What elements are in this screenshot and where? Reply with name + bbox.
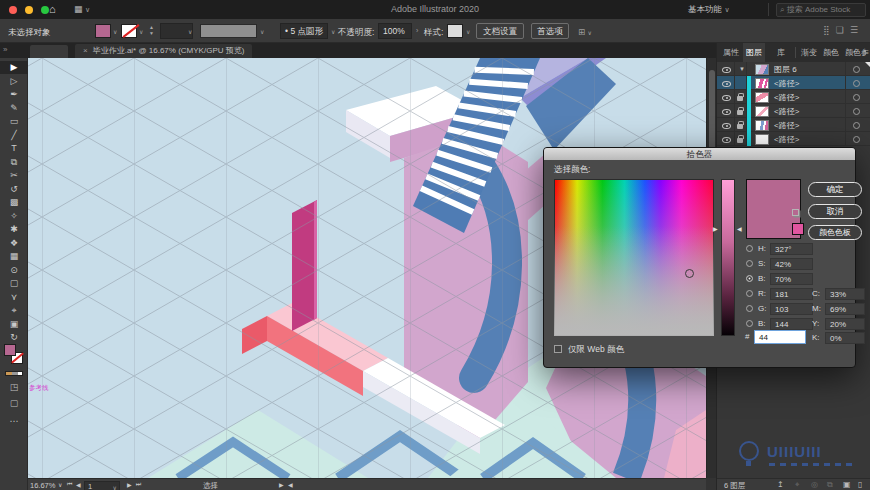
close-tab-icon[interactable]: ×: [83, 46, 88, 55]
preferences-button[interactable]: 首选项: [531, 23, 569, 39]
visibility-icon[interactable]: [722, 81, 731, 87]
s-radio[interactable]: [746, 260, 753, 267]
visibility-icon[interactable]: [722, 67, 731, 73]
tab-color-guide[interactable]: 颜色参: [842, 43, 866, 62]
type-tool[interactable]: T: [0, 142, 28, 155]
rotate-tool[interactable]: ↺: [0, 183, 28, 196]
visibility-icon[interactable]: [722, 123, 731, 129]
layer-name[interactable]: 图层 6: [774, 64, 797, 75]
visibility-icon[interactable]: [722, 137, 731, 143]
graph-tool[interactable]: ▣: [0, 318, 28, 331]
g-field[interactable]: 103: [770, 303, 813, 315]
layer-row[interactable]: <路径>: [717, 90, 870, 104]
document-tab[interactable]: ×毕业作业.ai* @ 16.67% (CMYK/GPU 预览): [75, 44, 252, 58]
align-icon[interactable]: ⊞ ∨: [578, 27, 592, 37]
zoom-tool[interactable]: ⊙: [0, 264, 28, 277]
rotate-view-tool[interactable]: ↻: [0, 331, 28, 344]
layer-name[interactable]: <路径>: [774, 134, 799, 145]
new-layer-icon[interactable]: ▣: [843, 480, 851, 489]
brush-preview-chevron-icon[interactable]: ∨: [260, 28, 264, 35]
slider-arrow-right-icon[interactable]: ◀: [737, 225, 742, 232]
paintbrush-tool[interactable]: ╱: [0, 129, 28, 142]
b2-radio[interactable]: [746, 320, 753, 327]
slider-arrow-left-icon[interactable]: ▶: [713, 225, 718, 232]
layer-row[interactable]: <路径>: [717, 132, 870, 146]
eyedropper-tool[interactable]: ✧: [0, 210, 28, 223]
style-swatch[interactable]: [447, 24, 463, 38]
web-only-checkbox[interactable]: [554, 345, 562, 353]
k-field[interactable]: 0%: [825, 332, 865, 344]
artboard-field[interactable]: 1∨: [84, 481, 120, 490]
tab-layers[interactable]: 图层: [743, 43, 765, 62]
layer-thumbnail[interactable]: [755, 106, 769, 117]
stroke-chevron-icon[interactable]: ∨: [139, 28, 143, 35]
zoom-chevron-icon[interactable]: ∨: [58, 481, 62, 488]
hue-slider[interactable]: [721, 179, 735, 336]
s-field[interactable]: 42%: [770, 258, 813, 270]
dialog-title[interactable]: 拾色器: [544, 148, 855, 160]
g-radio[interactable]: [746, 305, 753, 312]
tab-color[interactable]: 颜色: [820, 43, 842, 62]
toolbar-expand-icon[interactable]: »: [3, 45, 7, 54]
color-mode-bar[interactable]: [5, 371, 23, 376]
gradient-tool[interactable]: ▩: [0, 196, 28, 209]
y-field[interactable]: 20%: [825, 318, 865, 330]
stroke-weight-stepper[interactable]: ▲▼: [147, 24, 156, 38]
stroke-weight-chevron-icon[interactable]: ∨: [188, 28, 192, 35]
layer-name[interactable]: <路径>: [774, 92, 799, 103]
layer-thumbnail[interactable]: [755, 92, 769, 103]
brush-name-field[interactable]: • 5 点圆形: [280, 23, 328, 39]
target-circle[interactable]: [853, 80, 860, 87]
lock-icon[interactable]: [737, 138, 743, 143]
opacity-field[interactable]: 100%: [378, 23, 412, 39]
visibility-icon[interactable]: [722, 95, 731, 101]
first-artboard-icon[interactable]: ⏮: [67, 481, 72, 488]
r-field[interactable]: 181: [770, 288, 813, 300]
h-field[interactable]: 327°: [770, 243, 813, 255]
b-radio[interactable]: [746, 275, 753, 282]
next-artboard-icon[interactable]: ▶: [127, 481, 132, 488]
cancel-button[interactable]: 取消: [808, 204, 862, 219]
hscroll-right-icon[interactable]: ▶: [279, 481, 284, 488]
brush-preview-swatch[interactable]: [200, 24, 257, 38]
stroke-color-swatch[interactable]: [121, 24, 137, 38]
search-input[interactable]: ⌕ 搜索 Adobe Stock: [776, 3, 866, 17]
toolbar-fill-swatch[interactable]: [4, 344, 16, 356]
target-circle[interactable]: [853, 136, 860, 143]
style-chevron-icon[interactable]: ∨: [466, 28, 470, 35]
r-radio[interactable]: [746, 290, 753, 297]
tab-gradient[interactable]: 渐变: [798, 43, 820, 62]
lock-icon[interactable]: [737, 110, 743, 115]
new-sublayer-icon[interactable]: ⧉: [827, 480, 833, 490]
target-circle[interactable]: [853, 94, 860, 101]
expand-chevron-icon[interactable]: ▼: [739, 66, 745, 72]
locate-object-icon[interactable]: ⌖: [795, 480, 800, 490]
fill-chevron-icon[interactable]: ∨: [113, 28, 117, 35]
hscroll-left-icon[interactable]: ◀: [288, 481, 293, 488]
c-field[interactable]: 33%: [825, 288, 865, 300]
measure-tool[interactable]: ⌖: [0, 304, 28, 317]
rectangle-tool[interactable]: ▭: [0, 115, 28, 128]
lock-icon[interactable]: [737, 124, 743, 129]
b-field[interactable]: 70%: [770, 273, 813, 285]
layer-thumbnail[interactable]: [755, 78, 769, 89]
tab-properties[interactable]: 属性: [720, 43, 742, 62]
symbol-sprayer-tool[interactable]: ❖: [0, 237, 28, 250]
draw-mode-icon[interactable]: ◳: [0, 382, 28, 392]
layer-row-parent[interactable]: ▼ 图层 6: [717, 62, 870, 76]
layer-thumbnail[interactable]: [755, 64, 769, 75]
join-tool[interactable]: ⋎: [0, 291, 28, 304]
workspace-switcher[interactable]: 基本功能 ∨: [688, 4, 730, 16]
list-view-icon[interactable]: ☰: [850, 25, 864, 35]
tab-libraries[interactable]: 库: [774, 43, 788, 62]
gamut-warning-icon[interactable]: [792, 209, 799, 216]
document-setup-button[interactable]: 文档设置: [476, 23, 524, 39]
layer-row[interactable]: <路径>: [717, 104, 870, 118]
hex-field[interactable]: 44: [754, 330, 806, 344]
selection-tool[interactable]: ▶: [0, 61, 28, 74]
layer-name[interactable]: <路径>: [774, 78, 799, 89]
panel-menu-icon[interactable]: ≡: [864, 48, 869, 57]
grid-view-icon[interactable]: ⣿: [823, 25, 836, 35]
scissors-tool[interactable]: ✂: [0, 169, 28, 182]
layer-name[interactable]: <路径>: [774, 120, 799, 131]
